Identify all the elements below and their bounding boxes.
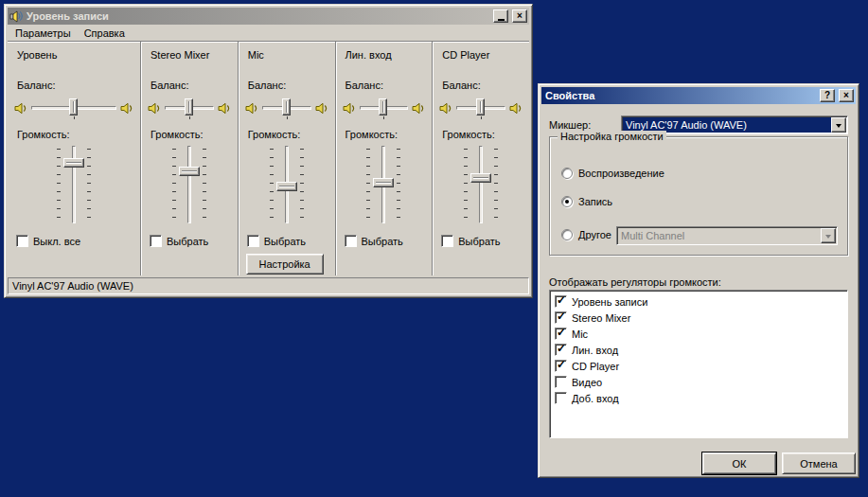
select-checkbox-row[interactable]: Выбрать [150, 235, 208, 247]
balance-label: Баланс: [17, 80, 56, 91]
properties-titlebar[interactable]: Свойства ? × [541, 87, 856, 104]
checkbox[interactable] [150, 235, 162, 247]
menu-help[interactable]: Справка [78, 26, 132, 41]
menu-options[interactable]: Параметры [9, 26, 78, 41]
channel-name: Mic [248, 49, 264, 61]
radio-label: Запись [578, 196, 612, 207]
balance-label: Баланс: [442, 80, 481, 91]
volume-thumb[interactable] [63, 158, 84, 168]
volume-thumb[interactable] [373, 178, 394, 187]
list-item-stereo-mixer[interactable]: Stereo Mixer [552, 310, 845, 326]
list-item-line-in[interactable]: Лин. вход [552, 342, 845, 358]
volume-controls-listbox[interactable]: Уровень записи Stereo Mixer Mic Лин. вхо… [549, 290, 848, 438]
checkbox[interactable] [555, 360, 567, 372]
tick-marks [270, 149, 274, 221]
volume-slider[interactable] [360, 144, 407, 225]
list-item-video[interactable]: Видео [552, 374, 845, 390]
checkbox[interactable] [441, 235, 453, 247]
radio-recording[interactable]: Запись [561, 196, 612, 207]
radio-icon[interactable] [561, 229, 573, 240]
balance-thumb[interactable] [476, 98, 485, 115]
channel-stereo-mixer: Stereo Mixer Баланс: Громкость: [140, 42, 238, 275]
chevron-down-icon [825, 235, 831, 241]
volume-slider[interactable] [263, 144, 310, 225]
radio-other[interactable]: Другое [561, 229, 611, 240]
list-item-aux-in[interactable]: Доб. вход [552, 390, 845, 406]
balance-thumb[interactable] [185, 98, 193, 115]
dialog-body: Микшер: Vinyl AC'97 Audio (WAVE) Настрой… [541, 104, 856, 474]
balance-track[interactable] [455, 96, 506, 120]
checkbox[interactable] [247, 235, 259, 247]
tick-marks [87, 149, 91, 221]
balance-track[interactable] [30, 96, 117, 120]
speaker-right-icon [218, 102, 231, 115]
radio-icon[interactable] [561, 196, 573, 207]
channel-strip-area: Уровень Баланс: Громкость: [8, 42, 529, 275]
close-button[interactable]: × [512, 9, 527, 23]
speaker-left-icon [245, 102, 258, 115]
window-title: Уровень записи [25, 10, 491, 22]
balance-thumb[interactable] [379, 98, 387, 115]
close-button[interactable]: × [839, 89, 854, 102]
checkbox[interactable] [555, 295, 567, 308]
recording-level-window: Уровень записи × Параметры Справка Урове… [4, 4, 533, 298]
list-item-recording-level[interactable]: Уровень записи [552, 293, 845, 310]
checkbox[interactable] [555, 344, 567, 356]
tick-marks [203, 149, 206, 221]
dropdown-button[interactable] [831, 117, 846, 133]
minimize-icon [498, 19, 505, 21]
checkbox-label: Выбрать [458, 236, 500, 247]
balance-slider [439, 95, 523, 121]
app-icon [9, 9, 23, 23]
balance-track[interactable] [164, 96, 215, 120]
select-checkbox-row[interactable]: Выбрать [247, 235, 306, 247]
volume-thumb[interactable] [470, 173, 491, 183]
volume-slider[interactable] [166, 144, 213, 225]
speaker-left-icon [14, 102, 27, 115]
mixer-label: Микшер: [549, 119, 621, 131]
radio-label: Воспроизведение [578, 168, 664, 179]
checkbox-label: Выбрать [362, 236, 403, 247]
balance-track[interactable] [359, 96, 410, 120]
ok-button[interactable]: ОК [702, 453, 776, 474]
radio-icon[interactable] [561, 168, 573, 179]
list-item-label: Доб. вход [572, 393, 619, 404]
select-checkbox-row[interactable]: Выбрать [441, 235, 500, 247]
select-checkbox-row[interactable]: Выбрать [345, 235, 403, 247]
volume-slider[interactable] [457, 144, 505, 225]
list-item-label: Уровень записи [572, 296, 647, 308]
checkbox[interactable] [345, 235, 357, 247]
checkbox[interactable] [555, 392, 567, 404]
list-item-cd-player[interactable]: CD Player [552, 358, 845, 374]
channel-name: Уровень [17, 49, 57, 61]
speaker-left-icon [148, 102, 161, 115]
recording-window-titlebar[interactable]: Уровень записи × [8, 8, 529, 25]
channel-level: Уровень Баланс: Громкость: [8, 42, 140, 275]
other-combobox: Multi Channel [616, 226, 838, 245]
balance-track[interactable] [261, 96, 312, 120]
tick-marks [57, 149, 61, 221]
balance-label: Баланс: [151, 80, 189, 91]
help-button[interactable]: ? [820, 89, 835, 102]
checkbox[interactable] [555, 376, 567, 388]
volume-groove [187, 146, 191, 223]
radio-playback[interactable]: Воспроизведение [561, 168, 664, 179]
list-item-label: Stereo Mixer [572, 312, 630, 324]
list-item-mic[interactable]: Mic [552, 326, 845, 342]
checkbox[interactable] [16, 235, 28, 247]
cancel-button[interactable]: Отмена [782, 453, 856, 474]
properties-dialog: Свойства ? × Микшер: Vinyl AC'97 Audio (… [538, 83, 859, 478]
volume-thumb[interactable] [179, 167, 200, 176]
list-item-label: Лин. вход [572, 345, 618, 356]
balance-thumb[interactable] [282, 98, 291, 115]
minimize-button[interactable] [493, 9, 508, 23]
volume-label: Громкость: [248, 129, 301, 140]
volume-thumb[interactable] [276, 182, 297, 191]
advanced-settings-button[interactable]: Настройка [246, 254, 324, 275]
balance-thumb[interactable] [69, 98, 78, 115]
checkbox[interactable] [555, 328, 567, 340]
tick-marks [397, 149, 400, 221]
checkbox[interactable] [555, 311, 567, 324]
mute-all-checkbox-row[interactable]: Выкл. все [16, 235, 80, 247]
volume-slider[interactable] [50, 144, 97, 225]
